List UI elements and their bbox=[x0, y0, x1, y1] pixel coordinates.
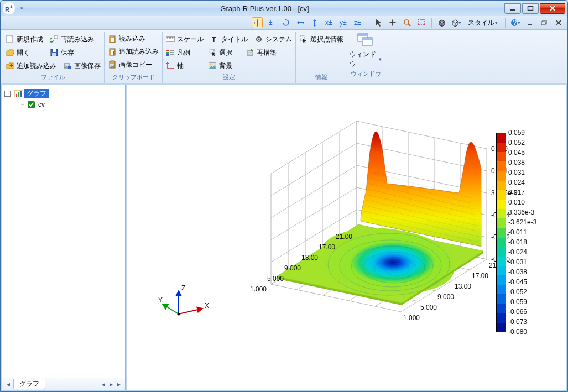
svg-rect-50 bbox=[18, 92, 19, 97]
background-button[interactable]: 背景 bbox=[207, 60, 233, 72]
move-y-icon[interactable] bbox=[309, 17, 320, 28]
select-button[interactable]: 選択 bbox=[207, 46, 233, 59]
zoom-in-icon[interactable]: ± bbox=[266, 17, 277, 28]
group-window-caption: ウィンドウ bbox=[351, 69, 381, 80]
compass-y-label: Y bbox=[158, 296, 163, 304]
image-save-button[interactable]: 画像保存 bbox=[62, 60, 102, 72]
tree-tabbar: ◂ グラフ ◂ ▸ ▸ bbox=[2, 378, 125, 390]
legend-value-label: -0.024 bbox=[508, 249, 536, 259]
zoom-z-icon[interactable]: z± bbox=[352, 17, 363, 28]
title-button[interactable]: Tタイトル bbox=[209, 33, 249, 45]
minimize-button[interactable] bbox=[504, 3, 521, 14]
scale-label: スケール bbox=[177, 35, 204, 44]
pan-tool-icon[interactable] bbox=[252, 17, 263, 28]
y-tick-label: 5.000 bbox=[420, 304, 437, 311]
fit-view-icon[interactable] bbox=[387, 17, 398, 28]
mdi-restore-icon[interactable] bbox=[539, 17, 550, 28]
legend-segment bbox=[497, 209, 506, 218]
plot-canvas[interactable]: 0.0590.0313.336e-3-0.024-0.052-0.080 21.… bbox=[127, 85, 566, 390]
tree-tab[interactable]: グラフ bbox=[13, 379, 45, 389]
reload-label: 再読み込み bbox=[61, 35, 94, 44]
group-info: 選択点情報 情報 bbox=[296, 32, 347, 83]
clip-load-button[interactable]: 読み込み bbox=[107, 33, 160, 45]
gear-icon bbox=[254, 35, 263, 44]
clip-image-copy-button[interactable]: 画像コピー bbox=[107, 59, 160, 71]
group-window: ウィンドウ▾ ウィンドウ bbox=[347, 32, 384, 83]
legend-value-label: 0.045 bbox=[508, 149, 536, 159]
append-load-icon: + bbox=[6, 61, 14, 70]
reload-icon bbox=[50, 35, 59, 44]
new-file-button[interactable]: 新規作成 bbox=[4, 33, 44, 45]
graph-tree[interactable]: − グラフ cv bbox=[2, 85, 125, 378]
open-button[interactable]: 開く bbox=[4, 46, 31, 59]
collapse-icon[interactable]: − bbox=[4, 91, 11, 97]
maximize-button[interactable] bbox=[522, 3, 539, 14]
legend-segment bbox=[497, 133, 506, 143]
clip-append-button[interactable]: +追加読み込み bbox=[107, 46, 160, 58]
tab-scroll-left-icon[interactable]: ◂ bbox=[4, 380, 12, 388]
legend-segment bbox=[497, 190, 506, 200]
rebuild-button[interactable]: 再構築 bbox=[244, 46, 278, 59]
legend-value-label: -0.052 bbox=[508, 289, 536, 299]
svg-rect-51 bbox=[20, 91, 22, 97]
svg-rect-21 bbox=[68, 66, 71, 69]
legend-value-label: -0.073 bbox=[508, 318, 536, 328]
svg-rect-16 bbox=[53, 49, 56, 52]
help-icon[interactable]: ?▾ bbox=[510, 17, 521, 28]
rotate-icon[interactable] bbox=[280, 17, 291, 28]
legend-segment bbox=[497, 257, 506, 266]
mdi-close-icon[interactable] bbox=[553, 17, 564, 28]
ruler-icon bbox=[166, 35, 175, 44]
pointer-tool-icon[interactable] bbox=[373, 17, 384, 28]
clip-append-label: 追加読み込み bbox=[119, 47, 159, 56]
open-folder-icon bbox=[6, 48, 14, 57]
legend-segment bbox=[497, 313, 506, 323]
save-label: 保存 bbox=[61, 48, 74, 58]
axis-button[interactable]: 軸 bbox=[165, 60, 185, 72]
axis-icon bbox=[166, 61, 175, 70]
tree-root-node[interactable]: − グラフ bbox=[4, 88, 123, 98]
legend-value-label: -0.038 bbox=[508, 269, 536, 279]
zoom-tool-icon[interactable] bbox=[402, 17, 413, 28]
title-icon: T bbox=[210, 35, 219, 44]
mdi-minimize-icon[interactable] bbox=[524, 17, 535, 28]
legend-button[interactable]: 凡例 bbox=[165, 46, 191, 59]
svg-text:+: + bbox=[9, 62, 13, 70]
rect-select-icon[interactable] bbox=[416, 17, 427, 28]
series-checkbox[interactable] bbox=[28, 101, 35, 108]
reload-button[interactable]: 再読み込み bbox=[49, 33, 95, 45]
qat-dropdown-icon[interactable]: ▾ bbox=[18, 6, 25, 11]
scale-button[interactable]: スケール bbox=[165, 33, 205, 45]
legend-segment bbox=[497, 228, 506, 237]
separator bbox=[505, 18, 506, 28]
svg-rect-32 bbox=[166, 37, 175, 41]
close-button[interactable] bbox=[540, 3, 565, 14]
svg-rect-12 bbox=[541, 22, 545, 25]
tab-scroll-right-icon[interactable]: ▸ bbox=[115, 380, 123, 388]
chart-icon bbox=[14, 89, 23, 98]
svg-rect-30 bbox=[111, 60, 114, 62]
window-button[interactable]: ウィンドウ▾ bbox=[350, 32, 382, 69]
tab-prev-icon[interactable]: ◂ bbox=[100, 380, 107, 388]
cube-wire-icon[interactable]: ▾ bbox=[451, 17, 462, 28]
append-load-button[interactable]: +追加読み込み bbox=[4, 60, 58, 72]
zoom-y-icon[interactable]: y± bbox=[338, 17, 349, 28]
window-button-label: ウィンドウ bbox=[350, 50, 377, 69]
tree-leaf-node[interactable]: cv bbox=[4, 100, 123, 109]
quick-access-toolbar: ホーム ± x± y± z± ▾ スタイル ▾ ?▾ bbox=[1, 16, 567, 30]
point-info-button[interactable]: 選択点情報 bbox=[298, 33, 345, 45]
style-dropdown[interactable]: スタイル ▾ bbox=[465, 17, 501, 28]
move-x-icon[interactable] bbox=[295, 17, 306, 28]
system-button[interactable]: システム bbox=[253, 33, 293, 45]
y-tick-label: 9.000 bbox=[437, 293, 454, 301]
zoom-x-icon[interactable]: x± bbox=[324, 17, 335, 28]
svg-rect-49 bbox=[16, 94, 17, 97]
svg-rect-36 bbox=[166, 50, 169, 51]
cube-solid-icon[interactable] bbox=[436, 17, 447, 28]
save-button[interactable]: 保存 bbox=[49, 46, 75, 59]
svg-line-58 bbox=[179, 309, 202, 314]
legend-segment bbox=[497, 247, 506, 257]
tab-next-icon[interactable]: ▸ bbox=[107, 380, 115, 388]
tree-leaf-label: cv bbox=[36, 101, 47, 108]
svg-point-20 bbox=[65, 65, 66, 66]
